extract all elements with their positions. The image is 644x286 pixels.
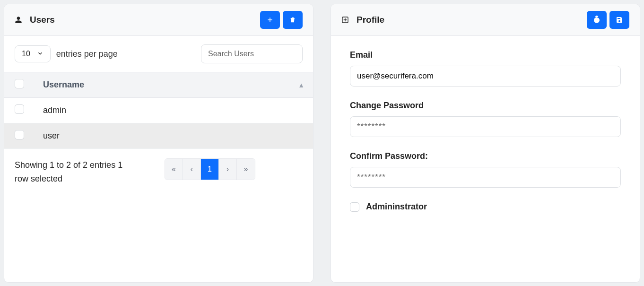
users-panel-title: Users — [30, 15, 257, 25]
username-cell: admin — [34, 98, 313, 123]
save-profile-button[interactable] — [609, 11, 629, 29]
administrator-checkbox[interactable] — [350, 202, 359, 212]
page-number-button[interactable]: 1 — [201, 159, 219, 180]
administrator-label: Admininstrator — [366, 202, 427, 212]
password-label: Change Password — [350, 101, 621, 111]
profile-form: Email Change Password Confirm Password: … — [331, 36, 640, 240]
users-table: Username ▲ admin user — [4, 72, 313, 149]
user-icon — [15, 16, 22, 24]
page-first-button[interactable]: « — [165, 159, 183, 180]
confirm-password-field[interactable] — [350, 167, 621, 188]
table-row[interactable]: admin — [4, 98, 313, 123]
users-controls: 10 entries per page — [4, 36, 313, 72]
entries-per-page-label: entries per page — [56, 49, 118, 59]
users-panel: Users 10 entries per page — [4, 4, 313, 283]
username-column-header[interactable]: Username ▲ — [34, 72, 313, 98]
pagination: « ‹ 1 › » — [165, 158, 255, 180]
select-all-header — [4, 72, 34, 98]
confirm-password-label: Confirm Password: — [350, 151, 621, 161]
row-checkbox[interactable] — [15, 130, 24, 139]
page-last-button[interactable]: » — [237, 159, 255, 180]
password-field[interactable] — [350, 116, 621, 137]
users-panel-header: Users — [4, 4, 313, 36]
profile-panel-header: Profile — [331, 4, 640, 36]
email-field[interactable] — [350, 66, 621, 87]
profile-icon — [341, 16, 349, 24]
reset-password-button[interactable] — [587, 11, 607, 29]
delete-user-button[interactable] — [283, 11, 303, 29]
profile-panel: Profile Email Change Password Confirm Pa… — [331, 4, 640, 283]
page-prev-button[interactable]: ‹ — [183, 159, 201, 180]
page-next-button[interactable]: › — [219, 159, 237, 180]
entries-select-value: 10 — [22, 50, 30, 58]
chevron-down-icon — [37, 50, 44, 58]
sort-indicator-icon: ▲ — [298, 81, 305, 89]
email-label: Email — [350, 50, 621, 60]
entries-per-page-select[interactable]: 10 — [15, 45, 51, 62]
profile-panel-title: Profile — [357, 15, 584, 25]
search-users-input[interactable] — [201, 44, 303, 63]
select-all-checkbox[interactable] — [15, 79, 24, 88]
username-cell: user — [34, 123, 313, 149]
add-user-button[interactable] — [260, 11, 280, 29]
table-row[interactable]: user — [4, 123, 313, 149]
row-checkbox[interactable] — [15, 104, 24, 114]
username-header-label: Username — [43, 80, 84, 89]
users-table-footer: Showing 1 to 2 of 2 entries 1 row select… — [4, 149, 313, 195]
table-footer-text: Showing 1 to 2 of 2 entries 1 row select… — [15, 158, 138, 186]
